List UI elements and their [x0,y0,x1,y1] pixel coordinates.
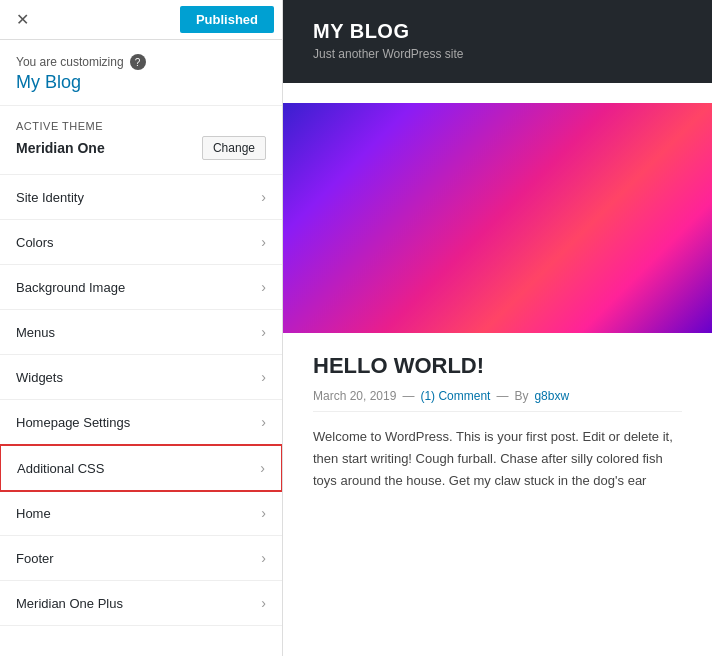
blog-title: MY BLOG [313,20,682,43]
post-dash-1: — [402,389,414,403]
close-button[interactable]: ✕ [8,6,36,34]
blog-preview: MY BLOG Just another WordPress site HELL… [283,0,712,656]
menu-item-background-image[interactable]: Background Image › [0,265,282,310]
menu-item-label: Additional CSS [17,461,104,476]
preview-panel: MY BLOG Just another WordPress site HELL… [283,0,712,656]
chevron-right-icon: › [261,369,266,385]
post-meta: March 20, 2019 — (1) Comment — By g8bxw [313,389,682,403]
menu-item-label: Home [16,506,51,521]
theme-name: Meridian One [16,140,105,156]
change-theme-button[interactable]: Change [202,136,266,160]
chevron-right-icon: › [260,460,265,476]
theme-row: Meridian One Change [16,136,266,160]
menu-item-homepage-settings[interactable]: Homepage Settings › [0,400,282,445]
customizing-section: You are customizing ? My Blog [0,40,282,106]
menu-item-site-identity[interactable]: Site Identity › [0,175,282,220]
blog-tagline: Just another WordPress site [313,47,682,61]
menu-item-label: Meridian One Plus [16,596,123,611]
post-dash-2: — [496,389,508,403]
menu-item-label: Colors [16,235,54,250]
menu-list: Site Identity › Colors › Background Imag… [0,175,282,656]
chevron-right-icon: › [261,279,266,295]
chevron-right-icon: › [261,189,266,205]
menu-item-label: Widgets [16,370,63,385]
close-icon: ✕ [16,10,29,29]
customizing-label: You are customizing ? [16,54,266,70]
customizer-panel: ✕ Published You are customizing ? My Blo… [0,0,283,656]
chevron-right-icon: › [261,595,266,611]
help-icon[interactable]: ? [130,54,146,70]
post-divider [313,411,682,412]
top-bar: ✕ Published [0,0,282,40]
menu-item-widgets[interactable]: Widgets › [0,355,282,400]
post-comments-link[interactable]: (1) Comment [420,389,490,403]
menu-item-label: Homepage Settings [16,415,130,430]
menu-item-colors[interactable]: Colors › [0,220,282,265]
menu-item-label: Site Identity [16,190,84,205]
chevron-right-icon: › [261,414,266,430]
menu-item-home[interactable]: Home › [0,491,282,536]
menu-item-label: Menus [16,325,55,340]
chevron-right-icon: › [261,550,266,566]
post-content: HELLO WORLD! March 20, 2019 — (1) Commen… [283,353,712,522]
menu-item-footer[interactable]: Footer › [0,536,282,581]
chevron-right-icon: › [261,324,266,340]
chevron-right-icon: › [261,234,266,250]
post-body: Welcome to WordPress. This is your first… [313,426,682,492]
chevron-right-icon: › [261,505,266,521]
blog-name: My Blog [16,72,266,93]
menu-item-menus[interactable]: Menus › [0,310,282,355]
post-author-link[interactable]: g8bxw [534,389,569,403]
post-by-label: By [514,389,528,403]
theme-section: Active theme Meridian One Change [0,106,282,175]
menu-item-additional-css[interactable]: Additional CSS › [0,444,282,492]
post-date: March 20, 2019 [313,389,396,403]
menu-item-label: Footer [16,551,54,566]
menu-item-meridian-one-plus[interactable]: Meridian One Plus › [0,581,282,626]
active-theme-label: Active theme [16,120,266,132]
post-title: HELLO WORLD! [313,353,682,379]
published-button[interactable]: Published [180,6,274,33]
blog-header: MY BLOG Just another WordPress site [283,0,712,83]
menu-item-label: Background Image [16,280,125,295]
hero-image [283,103,712,333]
